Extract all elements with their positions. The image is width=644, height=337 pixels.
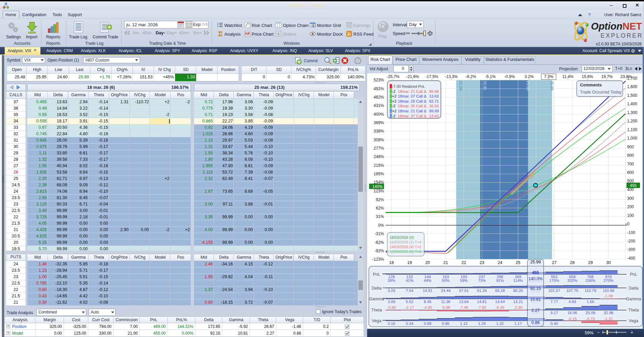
svg-text:Gamma: Gamma bbox=[369, 297, 384, 301]
svg-text:18mar. 25 Call Δ: 18mar. 25 Call Δ bbox=[398, 99, 426, 103]
svg-text:-25.7%: -25.7% bbox=[387, 74, 399, 79]
svg-text:14.64: 14.64 bbox=[495, 300, 505, 304]
svg-text:455: 455 bbox=[532, 270, 539, 275]
svg-text:25.08: 25.08 bbox=[586, 311, 595, 315]
svg-text:15.6%: 15.6% bbox=[582, 74, 593, 79]
svg-text:1.12: 1.12 bbox=[460, 322, 468, 326]
svg-text:492%: 492% bbox=[374, 86, 384, 91]
svg-text:900: 900 bbox=[627, 145, 634, 149]
svg-text:26.88: 26.88 bbox=[550, 81, 554, 90]
svg-text:39%: 39% bbox=[388, 278, 395, 283]
svg-text:114%: 114% bbox=[513, 278, 523, 283]
svg-text:18mar. 21 Call Δ: 18mar. 21 Call Δ bbox=[398, 89, 426, 93]
svg-text:PnL: PnL bbox=[373, 272, 380, 277]
svg-text:-21.6%: -21.6% bbox=[406, 74, 419, 79]
svg-text:1,500: 1,500 bbox=[627, 93, 637, 98]
svg-text:-123%: -123% bbox=[372, 257, 384, 262]
svg-text:0%: 0% bbox=[378, 223, 384, 228]
svg-text:66.18: 66.18 bbox=[495, 289, 505, 293]
svg-text:1.29: 1.29 bbox=[478, 322, 486, 326]
svg-text:31%: 31% bbox=[376, 214, 384, 219]
svg-text:12/03/2026 (6) T+0: 12/03/2026 (6) T+0 bbox=[390, 250, 421, 254]
svg-text:2.33: 2.33 bbox=[532, 310, 539, 314]
svg-text:+2: +2 bbox=[392, 109, 396, 113]
svg-text:-4.00: -4.00 bbox=[423, 305, 432, 309]
svg-text:107.75: 107.75 bbox=[567, 289, 578, 293]
svg-text:1.17: 1.17 bbox=[514, 322, 522, 326]
svg-text:1,000: 1,000 bbox=[627, 136, 637, 141]
svg-text:10.76: 10.76 bbox=[531, 299, 541, 303]
svg-text:13.64: 13.64 bbox=[459, 300, 469, 304]
svg-text:$: $ bbox=[277, 32, 279, 36]
svg-text:3.2%: 3.2% bbox=[524, 74, 534, 79]
svg-text:277%: 277% bbox=[374, 146, 384, 151]
svg-text:8.45: 8.45 bbox=[424, 300, 431, 304]
svg-text:-17.5%: -17.5% bbox=[425, 74, 438, 79]
svg-text:44%: 44% bbox=[424, 278, 431, 283]
svg-text:92.26: 92.26 bbox=[531, 289, 541, 293]
svg-text:0.16: 0.16 bbox=[388, 322, 395, 326]
svg-text:-7.80: -7.80 bbox=[478, 305, 486, 309]
svg-text:1,100: 1,100 bbox=[627, 127, 637, 132]
svg-text:-6.39: -6.39 bbox=[495, 305, 504, 309]
svg-text:-31%: -31% bbox=[375, 231, 384, 236]
svg-text:18mar. 35 Call Δ: 18mar. 35 Call Δ bbox=[398, 104, 426, 108]
svg-text:700: 700 bbox=[627, 162, 634, 166]
svg-text:91%: 91% bbox=[496, 278, 504, 283]
svg-text:1.32: 1.32 bbox=[496, 322, 504, 326]
svg-text:185%: 185% bbox=[374, 172, 384, 176]
svg-text:-1.31: -1.31 bbox=[604, 317, 613, 321]
svg-text:110.79: 110.79 bbox=[585, 289, 596, 293]
svg-text:11.4%: 11.4% bbox=[562, 74, 573, 79]
svg-text:7.77: 7.77 bbox=[550, 300, 558, 304]
svg-text:-0.73: -0.73 bbox=[586, 317, 595, 321]
svg-text:62.71: 62.71 bbox=[429, 99, 439, 103]
svg-text:11.36: 11.36 bbox=[441, 300, 450, 304]
svg-text:Theta: Theta bbox=[628, 308, 639, 312]
svg-text:0.86: 0.86 bbox=[442, 322, 449, 326]
svg-text:80.20: 80.20 bbox=[513, 289, 523, 293]
svg-text:1,700: 1,700 bbox=[627, 76, 637, 81]
svg-text:200: 200 bbox=[627, 204, 634, 209]
svg-text:18mar. 37 Call Δ: 18mar. 37 Call Δ bbox=[398, 114, 426, 118]
svg-text:Comments: Comments bbox=[580, 83, 602, 87]
svg-text:-7.00 Realized PnL: -7.00 Realized PnL bbox=[392, 84, 425, 88]
svg-text:-0.9%: -0.9% bbox=[504, 74, 515, 79]
svg-text:-0.15: -0.15 bbox=[568, 317, 577, 321]
svg-text:Vega: Vega bbox=[629, 319, 639, 323]
svg-text:-2.17: -2.17 bbox=[405, 305, 414, 309]
svg-text:32.98: 32.98 bbox=[604, 311, 613, 315]
svg-text:400: 400 bbox=[627, 187, 634, 192]
svg-text:-92%: -92% bbox=[375, 249, 384, 253]
svg-text:4.59: 4.59 bbox=[569, 300, 576, 304]
svg-text:462%: 462% bbox=[374, 95, 384, 100]
svg-text:25.55: 25.55 bbox=[526, 81, 530, 90]
svg-text:100: 100 bbox=[627, 213, 634, 218]
svg-text:110.99: 110.99 bbox=[603, 289, 614, 293]
svg-text:123%: 123% bbox=[374, 189, 384, 193]
svg-text:16/03/2026 (2) T+4: 16/03/2026 (2) T+4 bbox=[390, 240, 421, 244]
svg-text:18mar. 37 Call Δ: 18mar. 37 Call Δ bbox=[398, 94, 426, 98]
svg-text:-400: -400 bbox=[627, 256, 635, 261]
svg-text:800: 800 bbox=[627, 153, 634, 158]
svg-text:-2.99: -2.99 bbox=[514, 305, 522, 309]
svg-text:338%: 338% bbox=[374, 129, 384, 134]
svg-text:-2: -2 bbox=[392, 114, 395, 118]
svg-text:62%: 62% bbox=[376, 206, 384, 211]
svg-text:Theta: Theta bbox=[371, 308, 382, 312]
svg-text:92%: 92% bbox=[376, 197, 384, 202]
svg-text:+2: +2 bbox=[392, 99, 396, 103]
svg-text:3.29: 3.29 bbox=[388, 289, 395, 293]
svg-text:523%: 523% bbox=[374, 78, 384, 82]
svg-text:13.63: 13.63 bbox=[429, 94, 439, 98]
svg-text:600: 600 bbox=[627, 170, 634, 175]
svg-text:0.40: 0.40 bbox=[550, 322, 558, 326]
svg-text:18/03/2026 (0): 18/03/2026 (0) bbox=[390, 235, 414, 239]
svg-text:22.91: 22.91 bbox=[483, 81, 487, 90]
svg-text:-7.48: -7.48 bbox=[459, 305, 468, 309]
svg-text:+2: +2 bbox=[392, 94, 396, 98]
svg-text:5.52: 5.52 bbox=[406, 300, 413, 304]
svg-text:99.99: 99.99 bbox=[429, 109, 439, 113]
svg-text:140.0%: 140.0% bbox=[529, 279, 542, 283]
svg-text:14.81: 14.81 bbox=[477, 300, 487, 304]
